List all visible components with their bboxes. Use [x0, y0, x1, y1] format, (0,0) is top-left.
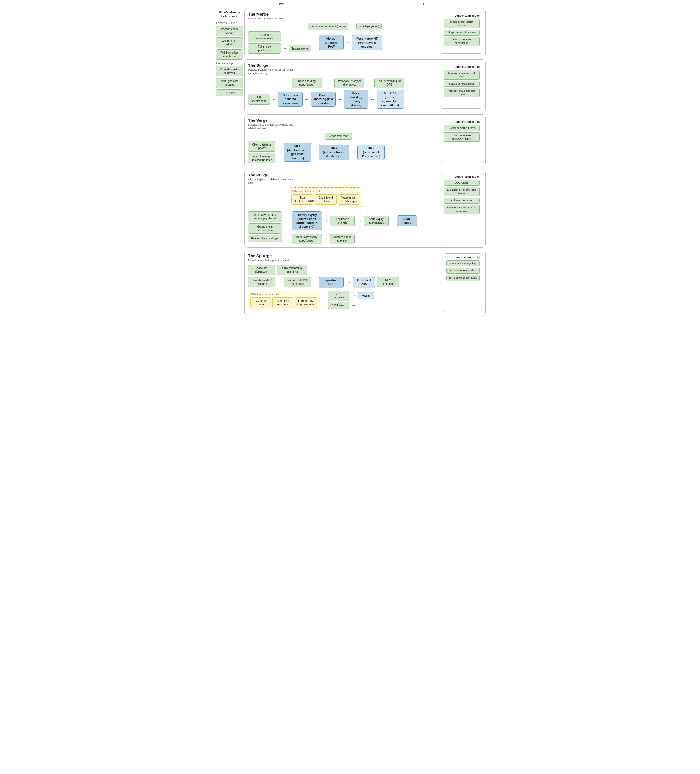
node-client-db: Client database updates [248, 141, 275, 152]
node-precompiles: Precompiles -> EVM impls [338, 194, 360, 205]
node-hf3: HF 3 (removal of Patricia tree) [357, 145, 385, 160]
surge-title: The Surge [248, 63, 437, 68]
node-full-merge-spec: Full merge specification [248, 43, 281, 54]
node-hf1: HF 1 (database and gas cost changes) [284, 143, 311, 162]
sidebar: What's already behind us? Consensus laye… [215, 8, 244, 316]
purge-extras-title: Longer-term extras [444, 175, 480, 178]
surge-section: The Surge Massive scalability increases … [244, 60, 485, 112]
node-ban-selfdestruct: Ban SELFDESTRUCT [292, 194, 314, 205]
verge-extras-title: Longer-term extras [444, 121, 480, 123]
node-account-abstraction: Account abstraction [248, 265, 275, 275]
sidebar-pos: PoS light client friendliness [216, 49, 243, 60]
node-mev-smoothing: MEV smoothing [377, 277, 399, 287]
splurge-extras: Longer-term extras ZK-SNARK everything P… [444, 253, 482, 313]
splurge-subtitle: Miscellaneous but important extras! [248, 258, 297, 262]
arrow-dv: → [349, 24, 355, 29]
verge-title: The Verge [248, 118, 437, 122]
merge-subtitle: Full transition to proof of stake [248, 17, 297, 20]
node-postmerge: Post-merge HF Withdrawals enabled [352, 35, 382, 50]
time-label: Time [277, 2, 284, 6]
merge-section: The Merge Full transition to proof of st… [244, 8, 485, 57]
node-vdf-spec: VDF spec [328, 302, 350, 309]
node-evm-object: EVM object format [251, 298, 271, 308]
evm-track-title: EVM simplification track [292, 190, 360, 193]
extras-better-tree: Even better tree (STARK+hash?) [444, 132, 480, 142]
extras-single-slot: Single-slot confirmations [444, 30, 480, 36]
node-extended-pbs: Extended PBS [353, 276, 375, 288]
execution-label: Execution layer [216, 62, 243, 65]
verge-subtitle: Statelessness through Verkle trees and r… [248, 123, 297, 130]
node-fork-choice: Fork choice improvements [248, 31, 281, 42]
node-hf2: HF 2 (introduction of Verkle tree) [319, 145, 349, 160]
node-inprotocol-pbs-main: In-protocol PBS [319, 276, 344, 288]
node-history-expiry-spec: History expiry specification [248, 223, 282, 234]
node-code-chunking: Code chunking + gas cost updates [248, 153, 275, 163]
consensus-label: Consensus layer [216, 22, 243, 25]
node-further-evm: Further EVM improvements [294, 298, 317, 308]
extras-post-quantum: Post-quantum everything [446, 268, 480, 274]
verge-extras: Longer-term extras SNARKed Verkle proofs… [441, 118, 482, 163]
arrow-to-postmerge: → [345, 40, 351, 45]
sidebar-refunds: Refunds mostly removed [216, 66, 243, 76]
extras-log-reform: LOG reform [444, 180, 480, 186]
extras-single-secret: Single secret leader election [444, 19, 480, 28]
extras-better-sig: Better signature aggregation [444, 36, 480, 46]
sidebar-title: What's already behind us? [216, 10, 243, 18]
node-evm-bigint: EVM bigint arithmetic [272, 298, 293, 308]
extras-exec-block: Execution block structure cleanup [444, 187, 480, 197]
node-address-space: Address space extension [330, 234, 355, 244]
node-base-sharding: Base sharding specification [292, 78, 322, 88]
evm-improvement-title: EVM improvement track [251, 293, 317, 296]
extras-dust-accounts: Explore solutions for dust accounts [444, 205, 480, 214]
sidebar-gas: Initial gas cost updates [216, 78, 243, 88]
sidebar-warmup: Warmup fork (Altair) [216, 38, 243, 48]
node-calldata: Short-term calldata expansion [278, 92, 303, 107]
node-short-mev: Short-term MEV mitigation [248, 277, 275, 287]
content-area: The Merge Full transition to proof of st… [244, 8, 485, 316]
node-inprotocol-pbs-spec: In-protocol PBS base spec [284, 277, 311, 287]
purge-section: The Purge Eliminating historical data an… [244, 169, 485, 248]
node-alt-history: Alternative history access (eg. Portal) [248, 212, 282, 222]
node-merge: Merge! No more PoW [319, 35, 344, 50]
node-dist-validators: Distributed validators (demo) [308, 23, 348, 30]
extras-shard-size: Increase shard size and count [444, 88, 480, 98]
splurge-title: The Splurge [248, 253, 439, 258]
node-basic-sharding-few: Basic sharding (few shards) [311, 92, 335, 107]
node-p2p-das: P2P networking for DAS [374, 78, 404, 88]
evm-improvement-track: EVM improvement track EVM object format … [248, 291, 320, 310]
purge-extras: Longer-term extras LOG reform Execution … [441, 173, 482, 244]
sidebar-eip1559: EIP 1559 [216, 89, 243, 96]
node-eip-spec: EIP specification [248, 94, 270, 104]
node-test-networks: Test networks [289, 45, 311, 52]
time-arrow [287, 4, 423, 4]
purge-subtitle: Eliminating historical data and technica… [248, 178, 297, 185]
main-container: What's already behind us? Consensus laye… [213, 7, 487, 317]
evm-simplification-track: EVM simplification track Ban SELFDESTRUC… [289, 187, 362, 207]
purge-title: The Purge [248, 173, 437, 177]
node-vdfs: VDFs [358, 292, 374, 299]
extras-eip1559-imp: EIP 1559 improvements [446, 275, 480, 281]
merge-extras: Longer-term extras Single secret leader … [441, 12, 482, 54]
node-gas-stipend: Gas stipend reform [315, 194, 337, 205]
surge-extras-title: Longer-term extras [444, 65, 480, 68]
node-verkle-core: Verkle tree core [325, 133, 352, 139]
node-pbs-censorship: PBS censorship resistance [277, 265, 307, 275]
extras-staggered: Staggered block times [444, 81, 480, 87]
extras-remove-rlp: Fully remove RLP [444, 198, 480, 203]
node-basic-sharding-many: Basic sharding (many shards) [344, 90, 368, 109]
extras-snarked: SNARKed Verkle proofs [444, 125, 480, 131]
splurge-extras-title: Longer-term extras [446, 256, 480, 259]
extras-shard-pbs: Improvements to shard PBS [444, 70, 480, 79]
arrow-to-merge: → [312, 40, 318, 45]
node-add-das: Add DAS (protect against bad committees) [376, 90, 404, 109]
verge-section: The Verge Statelessness through Verkle t… [244, 114, 485, 167]
splurge-section: The Splurge Miscellaneous but important … [244, 250, 485, 316]
sidebar-beacon: Beacon chain launch [216, 26, 243, 36]
merge-title: The Merge [248, 12, 437, 17]
surge-subtitle: Massive scalability increases for rollup… [248, 68, 297, 75]
merge-extras-title: Longer-term extras [444, 14, 480, 17]
node-app-analysis: Application analysis [330, 216, 355, 226]
node-state-expiry-impl: State expiry implementation [364, 216, 388, 226]
node-history-expiry: History expiry (clients don't store hist… [292, 212, 322, 230]
node-state-expiry: State expiry [397, 215, 417, 227]
